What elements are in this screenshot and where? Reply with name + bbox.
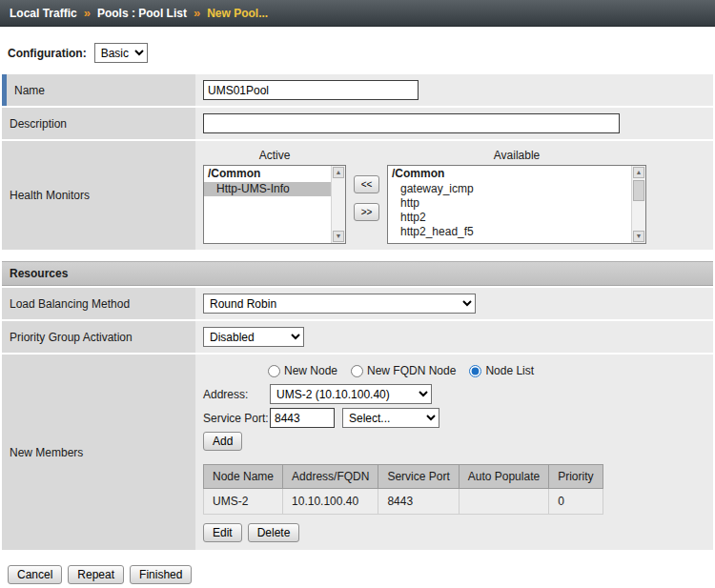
available-monitor-item[interactable]: http2_head_f5 xyxy=(388,225,645,239)
health-monitors-value-cell: Active /Common Http-UMS-Info ▲ ▼ << >> xyxy=(195,141,713,250)
available-list-scrollbar[interactable]: ▲ ▼ xyxy=(631,166,645,243)
name-input[interactable] xyxy=(203,80,419,100)
description-value-cell xyxy=(195,108,713,139)
node-list-radio-label: Node List xyxy=(485,364,534,377)
priority-group-label-cell: Priority Group Activation xyxy=(2,321,195,353)
available-partition-group: /Common xyxy=(388,166,645,182)
delete-member-button[interactable]: Delete xyxy=(248,523,300,542)
scrollbar-thumb[interactable] xyxy=(633,180,644,201)
available-list-label: Available xyxy=(387,147,646,165)
move-to-active-button[interactable]: << xyxy=(354,175,379,193)
configuration-select[interactable]: Basic xyxy=(94,43,148,63)
name-label-cell: Name xyxy=(2,74,195,106)
member-node-name: UMS-2 xyxy=(204,489,283,515)
col-priority: Priority xyxy=(549,465,603,489)
active-monitor-item[interactable]: Http-UMS-Info xyxy=(204,182,331,196)
name-label: Name xyxy=(14,84,45,97)
configuration-row: Configuration: Basic xyxy=(0,27,715,74)
breadcrumb: Local Traffic » Pools : Pool List » New … xyxy=(0,0,715,27)
active-monitors-listbox[interactable]: /Common Http-UMS-Info ▲ ▼ xyxy=(203,165,346,244)
radio-new-node[interactable]: New Node xyxy=(268,364,337,377)
new-fqdn-node-radio-label: New FQDN Node xyxy=(367,364,456,377)
repeat-button[interactable]: Repeat xyxy=(68,565,124,584)
service-port-input[interactable] xyxy=(270,408,335,428)
priority-group-row: Priority Group Activation Disabled xyxy=(2,321,713,353)
members-table: Node Name Address/FQDN Service Port Auto… xyxy=(203,464,603,515)
cancel-button[interactable]: Cancel xyxy=(8,565,62,584)
new-members-value-cell: New Node New FQDN Node Node List Address… xyxy=(195,355,713,550)
active-list-label: Active xyxy=(203,147,346,165)
footer-actions: Cancel Repeat Finished xyxy=(0,552,715,588)
description-label-cell: Description xyxy=(2,108,195,139)
name-row: Name xyxy=(2,74,713,106)
available-monitor-item[interactable]: http2 xyxy=(388,211,645,225)
member-address: 10.10.100.40 xyxy=(283,489,378,515)
breadcrumb-pool-list[interactable]: Pools : Pool List xyxy=(97,7,187,20)
resources-title: Resources xyxy=(10,267,68,280)
member-service-port: 8443 xyxy=(378,489,459,515)
general-properties-table: Name Description Health Monitors Active … xyxy=(2,74,713,250)
breadcrumb-separator-icon: » xyxy=(84,6,91,20)
service-port-field-row: Service Port: Select... xyxy=(203,408,705,428)
service-port-label: Service Port: xyxy=(203,412,270,425)
scroll-down-icon[interactable]: ▼ xyxy=(333,231,344,242)
resources-table: Load Balancing Method Round Robin Priori… xyxy=(2,288,713,550)
radio-node-list[interactable]: Node List xyxy=(469,364,534,377)
member-type-radio-group: New Node New FQDN Node Node List xyxy=(268,364,705,377)
load-balancing-select[interactable]: Round Robin xyxy=(203,294,476,314)
member-auto-populate xyxy=(459,489,548,515)
priority-group-select[interactable]: Disabled xyxy=(203,327,304,347)
active-list-scrollbar[interactable]: ▲ ▼ xyxy=(331,166,345,243)
col-service-port: Service Port xyxy=(378,465,459,489)
health-monitors-label-cell: Health Monitors xyxy=(2,141,195,250)
scroll-down-icon[interactable]: ▼ xyxy=(633,231,644,242)
node-list-radio[interactable] xyxy=(469,365,481,377)
load-balancing-label: Load Balancing Method xyxy=(10,297,130,311)
name-value-cell xyxy=(195,74,713,106)
available-monitor-item[interactable]: gateway_icmp xyxy=(388,182,645,196)
resources-section-header: Resources xyxy=(2,261,713,286)
active-partition-group: /Common xyxy=(204,166,345,182)
scroll-up-icon[interactable]: ▲ xyxy=(333,167,344,178)
breadcrumb-new-pool: New Pool... xyxy=(207,7,268,20)
add-member-button[interactable]: Add xyxy=(203,432,242,451)
radio-new-fqdn-node[interactable]: New FQDN Node xyxy=(351,364,456,377)
priority-group-label: Priority Group Activation xyxy=(10,331,133,344)
address-field-row: Address: UMS-2 (10.10.100.40) xyxy=(203,384,705,404)
load-balancing-label-cell: Load Balancing Method xyxy=(2,288,195,319)
col-auto-populate: Auto Populate xyxy=(459,465,548,489)
description-row: Description xyxy=(2,108,713,139)
member-table-row[interactable]: UMS-2 10.10.100.40 8443 0 xyxy=(204,489,603,515)
load-balancing-value-cell: Round Robin xyxy=(195,288,713,319)
priority-group-value-cell: Disabled xyxy=(195,321,713,353)
move-to-available-button[interactable]: >> xyxy=(354,203,379,221)
health-monitors-label: Health Monitors xyxy=(10,189,90,202)
load-balancing-row: Load Balancing Method Round Robin xyxy=(2,288,713,319)
new-members-label: New Members xyxy=(10,446,83,459)
scroll-up-icon[interactable]: ▲ xyxy=(633,167,644,178)
service-port-select[interactable]: Select... xyxy=(342,408,439,428)
member-priority: 0 xyxy=(549,489,603,515)
edit-member-button[interactable]: Edit xyxy=(203,523,242,542)
col-address-fqdn: Address/FQDN xyxy=(283,465,378,489)
new-fqdn-node-radio[interactable] xyxy=(351,365,363,377)
address-label: Address: xyxy=(203,388,270,401)
breadcrumb-local-traffic[interactable]: Local Traffic xyxy=(10,7,77,20)
description-input[interactable] xyxy=(203,113,620,133)
configuration-label: Configuration: xyxy=(8,47,87,60)
address-select[interactable]: UMS-2 (10.10.100.40) xyxy=(270,384,432,404)
breadcrumb-separator-icon: » xyxy=(194,6,200,20)
members-table-header-row: Node Name Address/FQDN Service Port Auto… xyxy=(204,465,603,489)
col-node-name: Node Name xyxy=(204,465,283,489)
health-monitors-row: Health Monitors Active /Common Http-UMS-… xyxy=(2,141,713,250)
available-monitors-listbox[interactable]: /Common gateway_icmp http http2 http2_he… xyxy=(387,165,646,244)
description-label: Description xyxy=(10,117,67,131)
new-node-radio[interactable] xyxy=(268,365,280,377)
new-members-label-cell: New Members xyxy=(2,355,195,550)
new-node-radio-label: New Node xyxy=(284,364,337,377)
finished-button[interactable]: Finished xyxy=(130,565,192,584)
new-members-row: New Members New Node New FQDN Node Node … xyxy=(2,355,713,550)
available-monitor-item[interactable]: http xyxy=(388,196,645,211)
